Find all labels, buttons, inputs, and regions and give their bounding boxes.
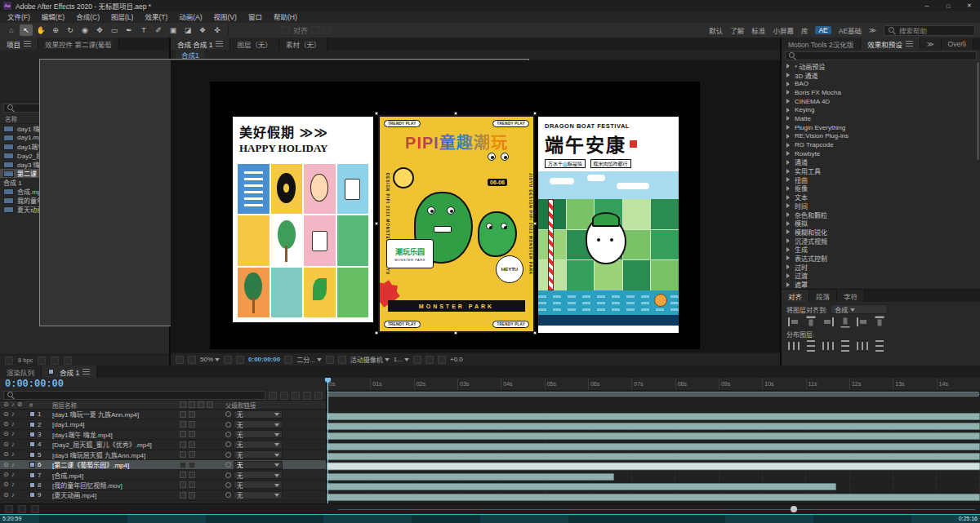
layer-quality-icon[interactable] <box>180 441 186 448</box>
layer-label-color[interactable] <box>29 452 35 458</box>
layer-quality-icon[interactable] <box>180 421 186 428</box>
selection-handle[interactable] <box>375 222 378 225</box>
pickwhip-icon[interactable] <box>225 452 231 458</box>
layer-name[interactable]: [我的童年回忆视频.mov] <box>52 481 180 490</box>
layer-track[interactable] <box>327 452 980 462</box>
time-ruler[interactable]: 0s 01s 02s 03s 04s 05s 06s 07s 08s <box>327 378 980 391</box>
layer-audio-icon[interactable]: ♪ <box>11 462 15 468</box>
composition-mini-flowchart-icon[interactable] <box>269 392 277 400</box>
tool-icon[interactable]: ⌂ <box>5 24 18 36</box>
effect-category[interactable]: Plugin Everything <box>782 123 980 132</box>
effects-scrollbar[interactable] <box>977 62 979 160</box>
timeline-zoom-slider[interactable] <box>338 509 975 510</box>
layer-row[interactable]: ⊙ ♪ 4 [Day2_屈天狐_蜜儿《优秀》.mp4] <box>0 440 326 450</box>
layer-row[interactable]: ⊙ ♪ 2 [day1.mp4] <box>0 419 326 429</box>
pickwhip-icon[interactable] <box>225 432 231 437</box>
switches-column-icon[interactable] <box>207 401 213 408</box>
disclosure-triangle-icon[interactable] <box>786 160 792 165</box>
layer-visibility-icon[interactable]: ⊙ <box>3 411 9 418</box>
tool-icon[interactable]: ▣ <box>167 24 180 36</box>
workspace-tab[interactable]: 库 <box>801 25 808 35</box>
distribute-left-icon[interactable] <box>841 340 849 352</box>
toggle-switches-icon[interactable] <box>5 505 13 513</box>
layer-label-color[interactable] <box>29 492 35 498</box>
view-layout-dropdown[interactable]: 1... <box>394 355 409 364</box>
layer-quality-icon[interactable] <box>180 472 186 478</box>
parent-dropdown[interactable]: 无 <box>234 461 283 469</box>
parent-dropdown[interactable]: 无 <box>234 450 283 459</box>
switches-column-icon[interactable] <box>189 401 195 408</box>
snap-option-icon[interactable] <box>311 26 319 34</box>
tool-icon[interactable]: ◉ <box>78 24 91 36</box>
layer-name[interactable]: [day1.mp4] <box>52 421 180 428</box>
switches-column-icon[interactable] <box>180 401 186 408</box>
workspace-tab[interactable]: AE基础 <box>839 25 862 35</box>
effect-category[interactable]: 表达式控制 <box>782 254 980 263</box>
poster-pipi-monster[interactable]: TRENDY PLAY TRENDY PLAY PIPI童趣潮玩 DESIGN … <box>378 115 535 333</box>
workspace-tab[interactable]: AE <box>815 26 831 34</box>
effect-category[interactable]: 模糊和锐化 <box>782 228 980 237</box>
effect-category[interactable]: Rowbyte <box>782 149 980 158</box>
layer-duration-bar[interactable] <box>327 453 980 460</box>
fast-previews-icon[interactable] <box>326 356 334 364</box>
snap-option-icon[interactable] <box>323 26 331 34</box>
selection-handle[interactable] <box>454 331 457 335</box>
align-h-center-icon[interactable] <box>857 317 868 326</box>
composition-viewport[interactable]: 美好假期 ≫≫ HAPPY HOLIDAY <box>171 60 780 352</box>
disclosure-triangle-icon[interactable] <box>786 203 792 208</box>
snap-checkbox-icon[interactable] <box>282 26 290 34</box>
menu-item[interactable]: 合成(C) <box>70 11 105 23</box>
layer-label-color[interactable] <box>29 441 35 447</box>
panel-menu-icon[interactable] <box>216 41 223 47</box>
layer-row[interactable]: ⊙ ♪ 5 [day3 嗨玩屈天狐 九族Ann.mp4] <box>0 450 326 460</box>
flowchart-icon[interactable] <box>438 356 446 364</box>
tool-icon[interactable]: ↖ <box>20 24 33 36</box>
layer-name-column[interactable]: 图层名称 <box>52 401 180 410</box>
layer-effects-icon[interactable] <box>189 472 195 478</box>
align-panel-tab[interactable]: 字符 <box>837 290 865 302</box>
tool-icon[interactable]: ▭ <box>108 24 121 36</box>
effect-category[interactable]: CINEMA 4D <box>782 97 980 106</box>
effect-category[interactable]: 文本 <box>782 193 980 202</box>
layer-name[interactable]: [day3 嗨玩屈天狐 九族Ann.mp4] <box>52 450 180 459</box>
more-workspaces-chevron[interactable]: ≫ <box>869 26 876 34</box>
workspace-tab[interactable]: 小屏幕 <box>773 25 794 35</box>
effect-category[interactable]: 沉浸式视频 <box>782 237 980 246</box>
layer-track[interactable] <box>327 462 980 472</box>
tool-icon[interactable]: ❖ <box>196 24 209 36</box>
expand-icon[interactable] <box>31 505 39 513</box>
layer-audio-icon[interactable]: ♪ <box>11 492 15 499</box>
layer-audio-icon[interactable]: ♪ <box>11 441 15 448</box>
menu-item[interactable]: 帮助(H) <box>268 11 303 23</box>
tab-effects-presets[interactable]: 效果和预设 <box>861 38 920 50</box>
menu-item[interactable]: 动画(A) <box>173 11 207 23</box>
workspace-tab[interactable]: 了解 <box>730 25 744 35</box>
layer-effects-icon[interactable] <box>189 492 195 499</box>
effect-category[interactable]: RE:Vision Plug-ins <box>782 132 980 141</box>
menu-item[interactable]: 编辑(E) <box>36 11 70 23</box>
selection-handle[interactable] <box>533 222 537 225</box>
disclosure-triangle-icon[interactable] <box>786 177 792 182</box>
layer-visibility-icon[interactable]: ⊙ <box>3 421 9 428</box>
layer-row[interactable]: ⊙ ♪ 8 [我的童年回忆视频.mov] <box>0 481 326 490</box>
exposure-value[interactable]: +0.0 <box>450 356 463 363</box>
poster-happy-holiday[interactable]: 美好假期 ≫≫ HAPPY HOLIDAY <box>233 117 373 322</box>
layer-quality-icon[interactable] <box>180 481 186 488</box>
layer-visibility-icon[interactable]: ⊙ <box>3 441 9 448</box>
effect-category[interactable]: Matte <box>782 114 980 123</box>
mask-visibility-icon[interactable] <box>236 356 244 364</box>
parent-dropdown[interactable]: 无 <box>234 410 283 419</box>
align-right-icon[interactable] <box>822 317 834 326</box>
new-composition-icon[interactable] <box>51 357 59 365</box>
region-of-interest-icon[interactable] <box>188 356 196 364</box>
layer-duration-bar[interactable] <box>327 443 980 450</box>
disclosure-triangle-icon[interactable] <box>786 143 792 148</box>
tab-footage[interactable]: 素材（无） <box>279 38 328 50</box>
selection-handle[interactable] <box>454 112 457 115</box>
disclosure-triangle-icon[interactable] <box>786 73 792 78</box>
work-area-bar[interactable] <box>327 392 979 397</box>
graph-editor-icon[interactable] <box>18 505 26 513</box>
align-bottom-icon[interactable] <box>841 317 850 328</box>
pickwhip-icon[interactable] <box>225 422 231 428</box>
effect-category[interactable]: RG Trapcode <box>782 140 980 149</box>
